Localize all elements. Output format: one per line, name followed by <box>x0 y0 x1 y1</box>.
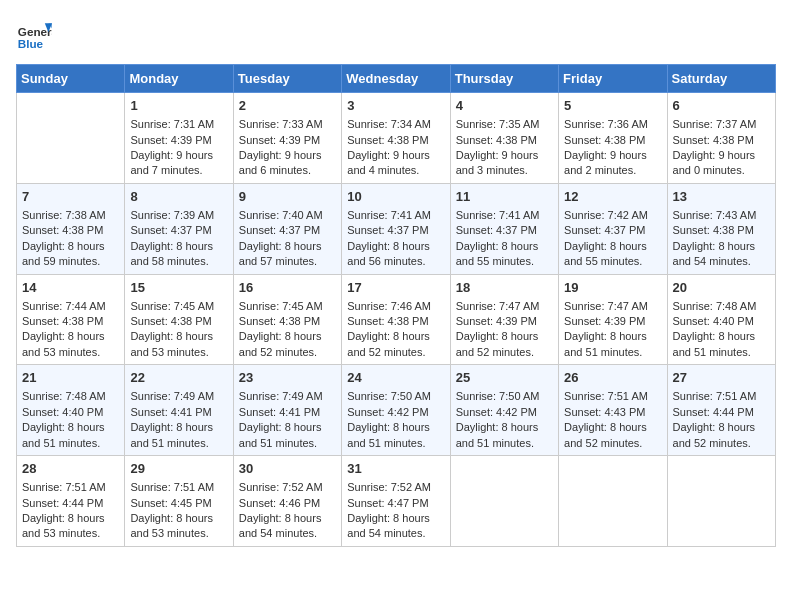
calendar-cell <box>667 456 775 547</box>
weekday-header-row: SundayMondayTuesdayWednesdayThursdayFrid… <box>17 65 776 93</box>
day-number: 5 <box>564 97 661 115</box>
calendar-cell: 2Sunrise: 7:33 AMSunset: 4:39 PMDaylight… <box>233 93 341 184</box>
calendar-cell <box>450 456 558 547</box>
calendar-cell: 21Sunrise: 7:48 AMSunset: 4:40 PMDayligh… <box>17 365 125 456</box>
day-info-line: and 56 minutes. <box>347 254 444 269</box>
day-info-line: Sunrise: 7:50 AM <box>456 389 553 404</box>
calendar-table: SundayMondayTuesdayWednesdayThursdayFrid… <box>16 64 776 547</box>
day-number: 16 <box>239 279 336 297</box>
calendar-cell: 17Sunrise: 7:46 AMSunset: 4:38 PMDayligh… <box>342 274 450 365</box>
day-info-line: Daylight: 8 hours <box>673 420 770 435</box>
calendar-cell: 30Sunrise: 7:52 AMSunset: 4:46 PMDayligh… <box>233 456 341 547</box>
day-info-line: and 57 minutes. <box>239 254 336 269</box>
day-info-line: Sunset: 4:39 PM <box>130 133 227 148</box>
day-number: 7 <box>22 188 119 206</box>
day-info-line: Daylight: 8 hours <box>673 239 770 254</box>
day-info-line: Daylight: 8 hours <box>239 511 336 526</box>
day-info-line: Sunset: 4:39 PM <box>239 133 336 148</box>
calendar-cell: 26Sunrise: 7:51 AMSunset: 4:43 PMDayligh… <box>559 365 667 456</box>
day-number: 3 <box>347 97 444 115</box>
day-number: 21 <box>22 369 119 387</box>
day-info-line: and 52 minutes. <box>673 436 770 451</box>
day-number: 31 <box>347 460 444 478</box>
day-info-line: Sunrise: 7:51 AM <box>130 480 227 495</box>
day-info-line: Daylight: 8 hours <box>22 420 119 435</box>
day-number: 1 <box>130 97 227 115</box>
day-info-line: Sunrise: 7:41 AM <box>347 208 444 223</box>
day-info-line: and 51 minutes. <box>130 436 227 451</box>
day-info-line: Daylight: 9 hours <box>564 148 661 163</box>
day-info-line: Sunset: 4:41 PM <box>130 405 227 420</box>
day-info-line: and 2 minutes. <box>564 163 661 178</box>
day-info-line: Daylight: 8 hours <box>564 329 661 344</box>
calendar-cell: 3Sunrise: 7:34 AMSunset: 4:38 PMDaylight… <box>342 93 450 184</box>
day-info-line: Sunset: 4:45 PM <box>130 496 227 511</box>
weekday-header: Tuesday <box>233 65 341 93</box>
day-info-line: Daylight: 8 hours <box>456 329 553 344</box>
calendar-cell: 15Sunrise: 7:45 AMSunset: 4:38 PMDayligh… <box>125 274 233 365</box>
calendar-cell <box>17 93 125 184</box>
day-info-line: Sunrise: 7:38 AM <box>22 208 119 223</box>
day-number: 12 <box>564 188 661 206</box>
day-info-line: Daylight: 9 hours <box>456 148 553 163</box>
svg-text:Blue: Blue <box>18 37 44 50</box>
day-info-line: Daylight: 8 hours <box>673 329 770 344</box>
day-info-line: Sunset: 4:44 PM <box>673 405 770 420</box>
calendar-cell: 5Sunrise: 7:36 AMSunset: 4:38 PMDaylight… <box>559 93 667 184</box>
day-info-line: and 51 minutes. <box>456 436 553 451</box>
day-info-line: Daylight: 8 hours <box>347 511 444 526</box>
day-info-line: Sunrise: 7:51 AM <box>673 389 770 404</box>
day-info-line: Sunset: 4:37 PM <box>564 223 661 238</box>
day-number: 28 <box>22 460 119 478</box>
day-info-line: Daylight: 9 hours <box>239 148 336 163</box>
day-info-line: Sunset: 4:38 PM <box>673 223 770 238</box>
day-number: 24 <box>347 369 444 387</box>
day-info-line: Sunrise: 7:31 AM <box>130 117 227 132</box>
day-number: 19 <box>564 279 661 297</box>
day-info-line: and 52 minutes. <box>347 345 444 360</box>
day-info-line: Sunrise: 7:48 AM <box>22 389 119 404</box>
day-info-line: and 54 minutes. <box>347 526 444 541</box>
calendar-cell: 28Sunrise: 7:51 AMSunset: 4:44 PMDayligh… <box>17 456 125 547</box>
day-info-line: Sunrise: 7:35 AM <box>456 117 553 132</box>
day-info-line: and 55 minutes. <box>564 254 661 269</box>
day-info-line: and 59 minutes. <box>22 254 119 269</box>
logo-icon: General Blue <box>16 16 52 52</box>
day-info-line: Sunset: 4:42 PM <box>347 405 444 420</box>
day-info-line: and 58 minutes. <box>130 254 227 269</box>
day-info-line: Sunset: 4:38 PM <box>22 223 119 238</box>
day-info-line: and 51 minutes. <box>673 345 770 360</box>
day-info-line: Sunrise: 7:49 AM <box>239 389 336 404</box>
day-info-line: Sunrise: 7:49 AM <box>130 389 227 404</box>
day-info-line: Sunrise: 7:33 AM <box>239 117 336 132</box>
day-info-line: Sunrise: 7:44 AM <box>22 299 119 314</box>
day-number: 4 <box>456 97 553 115</box>
day-info-line: Sunrise: 7:47 AM <box>564 299 661 314</box>
day-number: 26 <box>564 369 661 387</box>
calendar-week-row: 21Sunrise: 7:48 AMSunset: 4:40 PMDayligh… <box>17 365 776 456</box>
day-info-line: Sunset: 4:44 PM <box>22 496 119 511</box>
day-info-line: Sunset: 4:38 PM <box>22 314 119 329</box>
day-info-line: Daylight: 8 hours <box>22 511 119 526</box>
calendar-cell: 12Sunrise: 7:42 AMSunset: 4:37 PMDayligh… <box>559 183 667 274</box>
page-header: General Blue <box>16 16 776 52</box>
day-info-line: Sunset: 4:38 PM <box>347 314 444 329</box>
day-info-line: Daylight: 8 hours <box>456 420 553 435</box>
day-number: 30 <box>239 460 336 478</box>
day-number: 15 <box>130 279 227 297</box>
weekday-header: Sunday <box>17 65 125 93</box>
calendar-cell: 13Sunrise: 7:43 AMSunset: 4:38 PMDayligh… <box>667 183 775 274</box>
day-info-line: Sunrise: 7:50 AM <box>347 389 444 404</box>
day-info-line: and 53 minutes. <box>130 526 227 541</box>
day-info-line: Sunset: 4:41 PM <box>239 405 336 420</box>
day-info-line: Sunrise: 7:45 AM <box>239 299 336 314</box>
calendar-week-row: 14Sunrise: 7:44 AMSunset: 4:38 PMDayligh… <box>17 274 776 365</box>
day-info-line: and 51 minutes. <box>22 436 119 451</box>
day-info-line: Sunrise: 7:52 AM <box>347 480 444 495</box>
day-info-line: Daylight: 8 hours <box>22 329 119 344</box>
day-info-line: Sunset: 4:42 PM <box>456 405 553 420</box>
day-info-line: Sunset: 4:39 PM <box>456 314 553 329</box>
calendar-cell <box>559 456 667 547</box>
calendar-cell: 10Sunrise: 7:41 AMSunset: 4:37 PMDayligh… <box>342 183 450 274</box>
day-info-line: Sunset: 4:38 PM <box>456 133 553 148</box>
